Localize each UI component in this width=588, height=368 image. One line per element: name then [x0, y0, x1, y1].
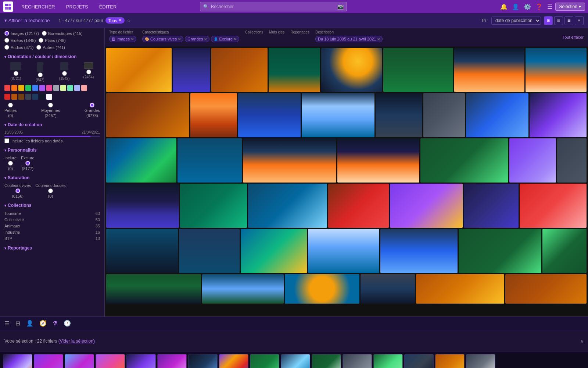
tab-editer[interactable]: ÉDITER	[94, 3, 122, 11]
grid-img-3-1[interactable]	[106, 138, 176, 183]
search-input[interactable]	[211, 4, 335, 9]
grid-img-2-7[interactable]	[466, 93, 528, 137]
saturation-title[interactable]: Saturation	[4, 175, 100, 180]
grid-img-5-7[interactable]	[542, 229, 587, 273]
swatch-brown[interactable]	[11, 94, 17, 100]
filter-tag-desc[interactable]: Du 18 juin 2005 au 21 avril 2021 ✕	[315, 36, 383, 42]
swatch-indigo[interactable]	[74, 85, 80, 91]
grid-img-6-2[interactable]	[202, 274, 283, 304]
orient-radio-1[interactable]	[38, 72, 43, 77]
thumb-11[interactable]	[312, 354, 341, 368]
camera-icon[interactable]: 📷	[337, 4, 344, 10]
grid-img-1-8[interactable]	[526, 48, 587, 92]
grid-img-5-5[interactable]	[380, 229, 458, 273]
filter-tag-exclure-close[interactable]: ✕	[234, 37, 237, 41]
grid-img-1-3[interactable]	[211, 48, 268, 92]
swatch-yellow[interactable]	[18, 85, 24, 91]
file-type-plans[interactable]: Plans (748)	[39, 38, 65, 43]
file-type-videos[interactable]: Vidéos (1845)	[4, 38, 36, 43]
filter-tag-grandes[interactable]: Grandes ✕	[185, 36, 209, 42]
list-view-icon[interactable]: ☰	[4, 320, 10, 327]
gear-icon[interactable]: ⚙️	[524, 3, 531, 10]
tab-rechercher[interactable]: RECHERCHER	[16, 3, 60, 11]
date-title[interactable]: Date de création	[4, 122, 100, 127]
swatch-blue[interactable]	[32, 85, 38, 91]
grid-img-6-1[interactable]	[106, 274, 201, 304]
grid-img-4-5[interactable]	[390, 184, 463, 228]
swatch-green[interactable]	[25, 85, 31, 91]
help-icon[interactable]: ❓	[535, 3, 543, 10]
logo[interactable]	[3, 1, 13, 12]
swatch-pink[interactable]	[46, 85, 52, 91]
collections-title[interactable]: Collections	[4, 203, 100, 208]
grid-img-2-5[interactable]	[376, 93, 422, 137]
size-radio-petites[interactable]	[8, 103, 13, 107]
grid-img-1-1[interactable]	[106, 48, 172, 92]
swatch-dark-red[interactable]	[4, 94, 10, 100]
collection-btp[interactable]: BTP 13	[4, 236, 100, 241]
grid-img-4-4[interactable]	[328, 184, 389, 228]
thumb-2[interactable]	[34, 354, 63, 368]
undated-checkbox[interactable]	[4, 138, 9, 143]
grid-img-5-6[interactable]	[459, 229, 541, 273]
file-type-audios[interactable]: Audios (371)	[4, 45, 33, 50]
grid-img-6-3[interactable]	[285, 274, 359, 304]
filter-icon[interactable]: ⚗	[53, 320, 58, 327]
view-list[interactable]: ≡	[575, 16, 584, 25]
size-radio-grandes[interactable]	[90, 103, 94, 107]
tag-tous-close[interactable]: ✕	[118, 18, 122, 23]
thumb-8[interactable]	[219, 354, 248, 368]
personality-exclure[interactable]	[25, 161, 30, 166]
grid-img-2-6[interactable]	[423, 93, 465, 137]
thumb-14[interactable]	[404, 354, 434, 368]
grid-img-1-5[interactable]	[321, 48, 382, 92]
grid-img-4-6[interactable]	[464, 184, 519, 228]
orient-box-2[interactable]	[60, 62, 68, 70]
swatch-salmon[interactable]	[81, 85, 87, 91]
orient-box-0[interactable]	[10, 62, 21, 70]
thumb-10[interactable]	[281, 354, 310, 368]
personality-inclure[interactable]	[8, 161, 13, 166]
swatch-black[interactable]	[39, 94, 45, 100]
orientation-title[interactable]: Orientation / couleur / dimension	[4, 54, 100, 59]
tab-projets[interactable]: PROJETS	[61, 3, 93, 11]
collection-industrie[interactable]: Industrie 16	[4, 230, 100, 235]
grid-img-2-4[interactable]	[302, 93, 374, 137]
filter-tag-images-close[interactable]: ✕	[131, 37, 134, 41]
collection-tourisme[interactable]: Tourisme 63	[4, 211, 100, 216]
menu-icon[interactable]: ☰	[547, 3, 552, 10]
grid-img-4-1[interactable]	[106, 184, 179, 228]
favorite-icon[interactable]: ☆	[127, 18, 131, 23]
reportages-title[interactable]: Reportages	[4, 245, 100, 251]
swatch-purple[interactable]	[39, 85, 45, 91]
grid-img-2-1[interactable]	[106, 93, 189, 137]
grid-img-6-6[interactable]	[505, 274, 587, 304]
thumb-7[interactable]	[188, 354, 218, 368]
grid-img-2-8[interactable]	[530, 93, 587, 137]
thumb-13[interactable]	[373, 354, 403, 368]
thumb-15[interactable]	[435, 354, 465, 368]
grid-img-6-5[interactable]	[416, 274, 504, 304]
thumb-6[interactable]	[157, 354, 187, 368]
grid-img-2-3[interactable]	[238, 93, 301, 137]
clear-all-button[interactable]: Tout effacer	[563, 35, 584, 39]
grid-img-6-4[interactable]	[361, 274, 415, 304]
swatch-dark-brown[interactable]	[18, 94, 24, 100]
grid-img-1-4[interactable]	[269, 48, 320, 92]
grid-img-4-7[interactable]	[520, 184, 587, 228]
grid-img-5-1[interactable]	[106, 229, 178, 273]
file-type-autres[interactable]: Autres (741)	[36, 45, 65, 50]
swatch-gray[interactable]	[53, 85, 59, 91]
grid-img-5-3[interactable]	[241, 229, 307, 273]
tag-tous[interactable]: Tous ✕	[105, 17, 125, 24]
orient-radio-3[interactable]	[86, 70, 91, 74]
filter-tag-couleurs-vives[interactable]: 🎨 Couleurs vives ✕	[142, 36, 183, 42]
grid-img-5-2[interactable]	[179, 229, 240, 273]
view-grid-small[interactable]: ☰	[564, 16, 573, 25]
grid-img-4-3[interactable]	[248, 184, 327, 228]
orient-box-1[interactable]	[37, 62, 43, 72]
sat-radio-vives[interactable]	[15, 188, 20, 193]
sat-radio-douces[interactable]	[48, 188, 53, 193]
view-grid-medium[interactable]: ⊟	[554, 16, 563, 25]
detail-view-icon[interactable]: ⊟	[15, 320, 20, 327]
